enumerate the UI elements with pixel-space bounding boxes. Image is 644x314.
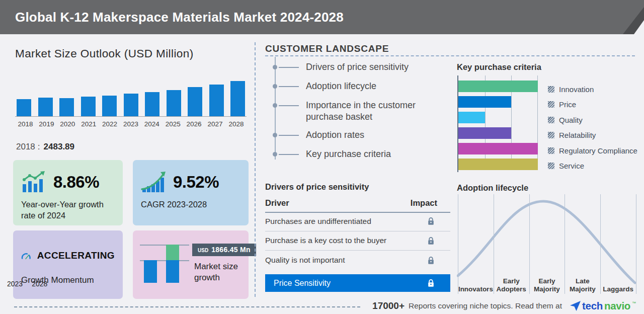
kpc-bar-service bbox=[458, 159, 538, 170]
column-impact: Impact bbox=[411, 198, 437, 208]
speedometer-icon bbox=[21, 246, 31, 266]
year-label-2028: 2028 bbox=[226, 120, 247, 128]
year-label-2022: 2022 bbox=[100, 120, 120, 128]
base-year-label: 2018 bbox=[16, 142, 35, 151]
dashed-underline bbox=[265, 55, 635, 56]
technavio-logo[interactable]: technavio™ bbox=[570, 300, 636, 312]
growth-caption: Market size growth bbox=[194, 261, 242, 284]
landscape-item-3: Importance in the customer purchase bask… bbox=[275, 100, 450, 122]
stage-label-innovators: Innovators bbox=[457, 271, 494, 293]
key-purchase-criteria-title: Key purchase criteria bbox=[457, 62, 541, 72]
stage-label-laggards: Laggards bbox=[600, 271, 636, 293]
kpc-legend-item-quality: Quality bbox=[548, 112, 637, 128]
currency-label: USD bbox=[198, 248, 208, 253]
kpc-legend-item-innovation: Innovation bbox=[548, 82, 637, 97]
momentum-card: ACCELERATING Growth Momentum bbox=[13, 230, 123, 299]
cagr-card: 9.52% CAGR 2023-2028 bbox=[133, 160, 249, 225]
legend-label: Innovation bbox=[559, 85, 594, 94]
vertical-divider bbox=[255, 42, 256, 297]
growth-bar-2028 bbox=[166, 260, 179, 283]
market-size-bar-2024 bbox=[145, 92, 159, 116]
landscape-item-label: Key purchase criteria bbox=[306, 149, 391, 159]
market-size-year-axis: 2018201920202021202220232024202520262027… bbox=[15, 120, 247, 128]
kpc-bar-row-price bbox=[458, 96, 538, 112]
market-size-title: Market Size Outlook (USD Million) bbox=[15, 47, 194, 60]
footer-dashed-line bbox=[14, 306, 360, 307]
market-size-bar-2023 bbox=[124, 94, 138, 116]
legend-swatch-icon bbox=[548, 147, 554, 154]
kpc-bar-price bbox=[458, 96, 511, 108]
year-label-2020: 2020 bbox=[57, 120, 78, 128]
kpc-bar-row-regulatory-compliance bbox=[458, 143, 538, 159]
kpc-bar-quality bbox=[458, 112, 485, 123]
legend-swatch-icon bbox=[548, 86, 554, 93]
price-sensitivity-title: Drivers of price sensitivity bbox=[265, 182, 369, 192]
kpc-legend-item-regulatory-compliance: Regulatory Compliance bbox=[548, 143, 637, 159]
driver-label: Purchase is a key cost to the buyer bbox=[265, 236, 386, 245]
driver-label: Quality is not important bbox=[265, 256, 345, 265]
lock-icon bbox=[427, 217, 435, 225]
infographic-canvas: Global K-12 Makerspace Materials Market … bbox=[0, 0, 644, 314]
driver-row-3: Quality is not important bbox=[265, 251, 450, 270]
highlight-label: Price Sensitivity bbox=[274, 279, 331, 288]
key-purchase-criteria-chart bbox=[457, 75, 538, 172]
header-bar: Global K-12 Makerspace Materials Market … bbox=[0, 0, 644, 34]
yoy-growth-value: 8.86% bbox=[53, 173, 99, 192]
customer-landscape-title: CUSTOMER LANDSCAPE bbox=[265, 43, 389, 54]
kpc-bar-row-innovation bbox=[458, 81, 538, 96]
kpc-legend-item-service: Service bbox=[548, 159, 637, 174]
market-size-bar-2021 bbox=[81, 97, 96, 116]
yoy-icon-row: 8.86% bbox=[21, 171, 115, 193]
market-size-bar-chart bbox=[15, 73, 247, 117]
cagr-caption: CAGR 2023-2028 bbox=[141, 199, 240, 210]
legend-swatch-icon bbox=[548, 117, 554, 123]
year-label-2019: 2019 bbox=[36, 120, 57, 128]
customer-landscape-list: Drivers of price sensitivityAdoption lif… bbox=[275, 61, 450, 168]
lock-icon bbox=[427, 279, 435, 287]
market-size-bar-2022 bbox=[102, 96, 117, 116]
page-title: Global K-12 Makerspace Materials Market … bbox=[0, 0, 644, 34]
adoption-lifecycle-title: Adoption lifecycle bbox=[457, 183, 528, 193]
year-label-2021: 2021 bbox=[78, 120, 99, 128]
growth-arrow-icon bbox=[141, 171, 167, 193]
legend-label: Service bbox=[559, 162, 584, 170]
landscape-item-label: Adoption rates bbox=[306, 130, 364, 140]
kpc-legend-item-relatability: Relatability bbox=[548, 128, 637, 143]
growth-amount: 1866.45 Mn bbox=[211, 246, 251, 254]
kpc-bar-relatability bbox=[458, 127, 511, 139]
legend-label: Price bbox=[559, 100, 576, 109]
column-driver: Driver bbox=[265, 198, 289, 208]
footer: 17000+ Reports covering niche topics. Re… bbox=[372, 298, 636, 314]
cagr-icon-row: 9.52% bbox=[141, 171, 240, 193]
landscape-item-label: Importance in the customer purchase bask… bbox=[306, 100, 416, 122]
bar-chart-trend-icon bbox=[21, 171, 47, 193]
growth-mini-axis: 2023 2028 bbox=[7, 280, 62, 288]
base-year-line: 2018:2483.89 bbox=[16, 142, 74, 152]
year-label-2023: 2023 bbox=[120, 120, 141, 128]
cagr-value: 9.52% bbox=[173, 173, 219, 192]
kpc-bar-innovation bbox=[458, 81, 538, 92]
growth-start-year: 2023 bbox=[7, 280, 23, 288]
driver-row-2: Purchase is a key cost to the buyer bbox=[265, 231, 450, 251]
stage-label-late-majority: Late Majority bbox=[565, 271, 601, 293]
year-label-2026: 2026 bbox=[184, 120, 204, 128]
legend-swatch-icon bbox=[548, 132, 554, 138]
landscape-item-2: Adoption lifecycle bbox=[275, 81, 450, 93]
year-label-2018: 2018 bbox=[15, 120, 36, 128]
momentum-value: ACCELERATING bbox=[37, 250, 115, 261]
kpc-bar-regulatory-compliance bbox=[458, 143, 538, 154]
market-growth-card: USD 1866.45 Mn Market size growth bbox=[133, 230, 249, 299]
landscape-item-4: Adoption rates bbox=[275, 129, 450, 141]
base-year-separator: : bbox=[38, 142, 40, 151]
market-size-bar-2028 bbox=[230, 81, 245, 116]
legend-label: Quality bbox=[559, 116, 583, 124]
legend-label: Relatability bbox=[559, 131, 596, 139]
growth-end-year: 2028 bbox=[32, 280, 47, 288]
landscape-item-5: Key purchase criteria bbox=[275, 148, 450, 161]
momentum-icon-row: ACCELERATING bbox=[21, 246, 115, 266]
base-year-value: 2483.89 bbox=[44, 142, 74, 151]
adoption-lifecycle-chart: InnovatorsEarly AdoptersEarly MajorityLa… bbox=[457, 194, 636, 294]
legend-label: Regulatory Compliance bbox=[559, 146, 637, 155]
page-fold-icon bbox=[594, 0, 644, 34]
growth-bar-2023 bbox=[144, 260, 157, 283]
